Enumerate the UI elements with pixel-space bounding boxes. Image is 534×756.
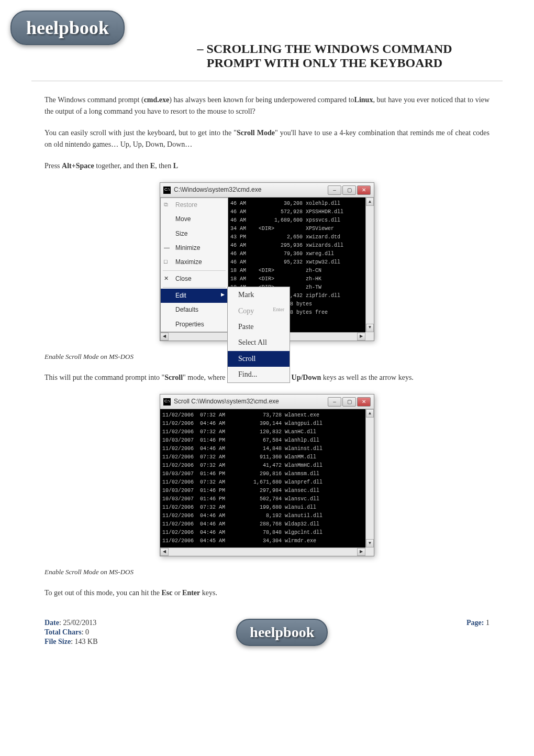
caption-2: Enable Scroll Mode on MS-DOS xyxy=(44,567,490,578)
submenu-find[interactable]: Find... xyxy=(228,367,290,382)
brand-logo: heelpbook xyxy=(10,10,125,45)
date-label: Date xyxy=(44,619,59,627)
scroll-down-icon[interactable]: ▼ xyxy=(366,324,374,332)
minimize-button[interactable]: – xyxy=(328,185,341,195)
size-value: 143 KB xyxy=(75,638,98,645)
brand-text: heelpbook xyxy=(26,17,109,38)
submenu-paste[interactable]: Paste xyxy=(228,319,290,335)
menu-maximize[interactable]: □Maximize xyxy=(161,255,228,269)
menu-restore[interactable]: ⧉Restore xyxy=(161,198,228,212)
size-label: File Size xyxy=(44,638,71,645)
scroll-right-icon[interactable]: ▶ xyxy=(357,548,365,556)
footer-logo: heelpbook xyxy=(236,619,328,646)
scroll-right-icon[interactable]: ▶ xyxy=(357,333,365,341)
screenshot-1-window: C:\ C:\Windows\system32\cmd.exe – ▢ ✕ ⧉R… xyxy=(160,182,374,341)
window-titlebar-2[interactable]: C:\ Scroll C:\Windows\system32\cmd.exe –… xyxy=(160,395,374,409)
submenu-mark[interactable]: Mark xyxy=(228,287,290,303)
footer-meta: Date: 25/02/2013 Total Chars: 0 File Siz… xyxy=(44,619,98,647)
close-button[interactable]: ✕ xyxy=(357,185,371,195)
menu-close[interactable]: ✕Close xyxy=(161,272,228,286)
menu-defaults[interactable]: Defaults xyxy=(161,303,228,317)
menu-size[interactable]: Size xyxy=(161,227,228,241)
submenu-copy[interactable]: CopyEnter xyxy=(228,303,290,319)
close-icon: ✕ xyxy=(164,274,171,283)
submenu-scroll[interactable]: Scroll xyxy=(228,351,290,367)
cmd-icon: C:\ xyxy=(163,187,171,194)
submenu-arrow-icon: ▶ xyxy=(221,291,225,298)
menu-move[interactable]: Move xyxy=(161,212,228,226)
chars-label: Total Chars xyxy=(44,628,82,636)
paragraph-5: To get out of this mode, you can hit the… xyxy=(44,587,490,599)
cmd-output-scroll: 11/02/2006 07:32 AM 73,728 wlanext.exe 1… xyxy=(160,409,365,547)
maximize-icon: □ xyxy=(164,257,171,267)
menu-minimize[interactable]: —Minimize xyxy=(161,241,228,255)
menu-properties[interactable]: Properties xyxy=(161,317,228,332)
scroll-left-icon[interactable]: ◀ xyxy=(160,548,169,556)
date-value: 25/02/2013 xyxy=(63,619,96,627)
window-title-2: Scroll C:\Windows\system32\cmd.exe xyxy=(174,397,328,407)
restore-icon: ⧉ xyxy=(164,200,171,210)
cmd-icon: C:\ xyxy=(163,398,171,406)
chars-value: 0 xyxy=(85,628,89,636)
edit-submenu: Mark CopyEnter Paste Select All Scroll F… xyxy=(227,287,290,383)
scroll-up-icon[interactable]: ▲ xyxy=(366,198,374,206)
scroll-down-icon[interactable]: ▼ xyxy=(366,539,374,547)
resize-grip[interactable] xyxy=(365,547,374,556)
system-menu: ⧉Restore Move Size —Minimize □Maximize ✕… xyxy=(160,198,228,332)
screenshot-2-window: C:\ Scroll C:\Windows\system32\cmd.exe –… xyxy=(160,394,374,556)
resize-grip[interactable] xyxy=(365,332,374,341)
menu-edit[interactable]: Edit▶ xyxy=(161,289,228,303)
window-titlebar[interactable]: C:\ C:\Windows\system32\cmd.exe – ▢ ✕ xyxy=(160,183,374,198)
page-number: Page: 1 xyxy=(466,619,490,627)
close-button[interactable]: ✕ xyxy=(357,397,371,407)
maximize-button[interactable]: ▢ xyxy=(342,185,356,195)
window-title: C:\Windows\system32\cmd.exe xyxy=(174,185,328,195)
scroll-up-icon[interactable]: ▲ xyxy=(366,409,374,418)
minimize-button[interactable]: – xyxy=(328,397,341,407)
vertical-scrollbar[interactable]: ▲ ▼ xyxy=(365,198,374,332)
submenu-select-all[interactable]: Select All xyxy=(228,335,290,350)
paragraph-2: You can easily scroll with just the keyb… xyxy=(44,127,490,151)
maximize-button[interactable]: ▢ xyxy=(342,397,356,407)
minimize-icon: — xyxy=(164,243,171,253)
horizontal-scrollbar[interactable]: ◀ ▶ xyxy=(160,547,365,556)
paragraph-1: The Windows command prompt (cmd.exe) has… xyxy=(44,94,490,118)
paragraph-3: Press Alt+Space together, and then E, th… xyxy=(44,160,490,172)
scroll-left-icon[interactable]: ◀ xyxy=(160,333,169,341)
vertical-scrollbar[interactable]: ▲ ▼ xyxy=(365,409,374,547)
